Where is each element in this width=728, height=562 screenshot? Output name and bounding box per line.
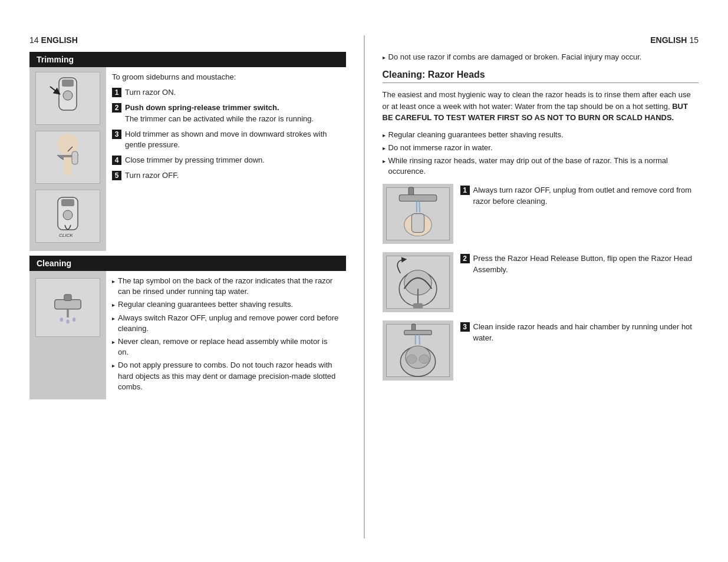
bullet-icon-1: ▸: [112, 277, 115, 286]
right-step1-block: 1 Always turn razor OFF, unplug from out…: [383, 184, 699, 244]
svg-rect-1: [62, 80, 74, 87]
right-page-header: ENGLISH 15: [383, 35, 699, 45]
svg-rect-29: [404, 330, 431, 334]
svg-text:CLICK: CLICK: [59, 233, 73, 238]
right-page-label: ENGLISH: [650, 35, 687, 45]
cleaning-bullet-2: ▸ Regular cleaning guarantees better sha…: [112, 299, 340, 310]
right-step3-image: [386, 324, 450, 377]
page-container: 14 ENGLISH Trimming: [0, 0, 728, 562]
step-num-5: 5: [112, 171, 121, 180]
step-text-4: Close trimmer by pressing trimmer down.: [125, 155, 265, 166]
trimming-intro: To groom sideburns and moustache:: [112, 72, 340, 82]
svg-rect-5: [64, 157, 72, 175]
svg-rect-14: [67, 309, 69, 318]
cleaning-heads-bullet-2: ▸ Do not immerse razor in water.: [383, 143, 699, 153]
ch-bullet-icon-2: ▸: [383, 144, 386, 153]
svg-rect-9: [61, 199, 74, 206]
step-text-1: Turn razor ON.: [125, 87, 176, 98]
svg-rect-13: [64, 295, 71, 301]
left-page: 14 ENGLISH Trimming: [24, 35, 358, 538]
right-step-num-1: 1: [460, 186, 470, 195]
step-text-5: Turn razor OFF.: [125, 170, 179, 181]
cleaning-heads-bullets: ▸ Regular cleaning guarantees better sha…: [383, 130, 699, 177]
trimming-step-1: 1 Turn razor ON.: [112, 87, 340, 98]
trimming-image-3: CLICK: [35, 190, 100, 243]
right-step-num-3: 3: [460, 322, 470, 332]
cleaning-block: ▸ The tap symbol on the back of the razo…: [29, 271, 346, 399]
cleaning-bullet-list: ▸ The tap symbol on the back of the razo…: [112, 276, 340, 392]
right-step3-image-col: [383, 320, 453, 381]
right-page: ENGLISH 15 ▸ Do not use razor if combs a…: [371, 35, 705, 538]
step-num-4: 4: [112, 156, 121, 165]
right-page-num: 15: [689, 35, 699, 45]
cleaning-heads-heading: Cleaning: Razor Heads: [383, 70, 699, 83]
page-divider: [364, 35, 365, 538]
right-top-bullet-1: ▸ Do not use razor if combs are damaged …: [383, 52, 699, 62]
right-step-text-2: Press the Razor Head Release Button, fli…: [473, 253, 699, 275]
step-num-3: 3: [112, 130, 121, 139]
cleaning-section-header: Cleaning: [29, 256, 346, 271]
trimming-step-4: 4 Close trimmer by pressing trimmer down…: [112, 155, 340, 166]
svg-point-35: [419, 355, 429, 363]
svg-rect-6: [72, 151, 78, 164]
cleaning-images: [29, 271, 106, 399]
trimming-image-1: [35, 72, 100, 125]
right-bullet-icon-1: ▸: [383, 54, 386, 62]
right-step3-content: 3 Clean inside razor heads and hair cham…: [460, 320, 699, 348]
step-num-1: 1: [112, 88, 121, 97]
right-step2-image: [386, 256, 450, 309]
left-page-header: 14 ENGLISH: [29, 35, 346, 45]
right-step-num-2: 2: [460, 254, 470, 263]
cleaning-content: ▸ The tap symbol on the back of the razo…: [106, 271, 346, 399]
right-step2-block: 2 Press the Razor Head Release Button, f…: [383, 252, 699, 312]
svg-point-16: [66, 319, 69, 323]
right-step1-image: [386, 187, 450, 240]
trimming-step-2: 2 Push down spring-release trimmer switc…: [112, 103, 340, 124]
svg-line-21: [419, 201, 420, 212]
trimming-step-5: 5 Turn razor OFF.: [112, 170, 340, 181]
trimming-image-2: [35, 131, 100, 184]
cleaning-bullet-3: ▸ Always switch Razor OFF, unplug and re…: [112, 313, 340, 334]
ch-bullet-icon-3: ▸: [383, 157, 386, 166]
trimming-block: CLICK To groom sideburns and moustache: …: [29, 67, 346, 251]
svg-line-3: [50, 87, 58, 92]
right-step2-content: 2 Press the Razor Head Release Button, f…: [460, 252, 699, 279]
left-page-num: 14: [29, 35, 39, 45]
bullet-icon-5: ▸: [112, 362, 115, 370]
cleaning-image-1: [35, 278, 100, 337]
cleaning-bullet-4: ▸ Never clean, remove or replace head as…: [112, 336, 340, 358]
cleaning-heads-bullet-3: ▸ While rinsing razor heads, water may d…: [383, 156, 699, 177]
right-step-text-1: Always turn razor OFF, unplug from outle…: [473, 185, 699, 206]
cleaning-bullet-5: ▸ Do not apply pressure to combs. Do not…: [112, 360, 340, 392]
right-step-text-3: Clean inside razor heads and hair chambe…: [473, 322, 699, 343]
svg-point-34: [406, 355, 416, 363]
trimming-step-3: 3 Hold trimmer as shown and move in down…: [112, 129, 340, 150]
right-step-2: 2 Press the Razor Head Release Button, f…: [460, 253, 699, 275]
ch-bullet-icon-1: ▸: [383, 131, 386, 140]
cleaning-heads-body: The easiest and most hygienic way to cle…: [383, 89, 699, 124]
trimming-content: To groom sideburns and moustache: 1 Turn…: [106, 67, 346, 251]
cleaning-bullet-1: ▸ The tap symbol on the back of the razo…: [112, 276, 340, 297]
svg-rect-12: [55, 300, 81, 309]
svg-line-31: [419, 335, 420, 345]
right-step3-block: 3 Clean inside razor heads and hair cham…: [383, 320, 699, 381]
bullet-icon-2: ▸: [112, 301, 115, 309]
step-text-3: Hold trimmer as shown and move in downwa…: [125, 129, 340, 150]
right-step1-content: 1 Always turn razor OFF, unplug from out…: [460, 184, 699, 211]
svg-rect-23: [411, 213, 424, 232]
bullet-icon-4: ▸: [112, 338, 115, 346]
step-text-2: Push down spring-release trimmer switch.…: [125, 103, 314, 124]
trimming-section-header: Trimming: [29, 52, 346, 67]
right-step-1: 1 Always turn razor OFF, unplug from out…: [460, 185, 699, 206]
svg-point-11: [63, 210, 73, 220]
right-step2-image-col: [383, 252, 453, 312]
right-step-3: 3 Clean inside razor heads and hair cham…: [460, 322, 699, 343]
left-page-label: ENGLISH: [41, 35, 346, 45]
step-num-2: 2: [112, 103, 121, 113]
bullet-icon-3: ▸: [112, 315, 115, 323]
cleaning-heads-bullet-1: ▸ Regular cleaning guarantees better sha…: [383, 130, 699, 140]
trimming-images: CLICK: [29, 67, 106, 251]
svg-rect-27: [413, 303, 423, 308]
svg-rect-19: [399, 195, 437, 201]
svg-point-17: [73, 318, 75, 322]
